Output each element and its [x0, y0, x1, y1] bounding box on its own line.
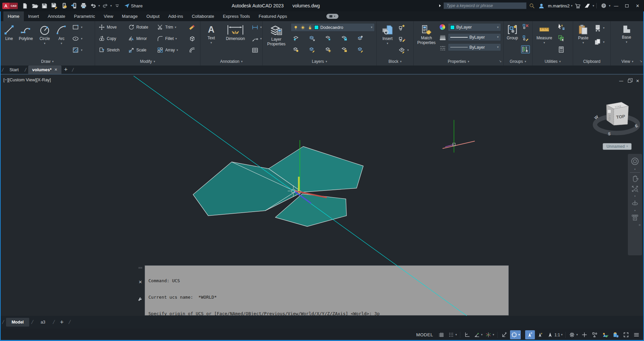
- viewcube-top-label[interactable]: TOP: [616, 114, 626, 120]
- new-drawing-button[interactable]: [20, 1, 30, 10]
- color-wheel-icon[interactable]: [439, 24, 446, 30]
- ortho-mode-toggle[interactable]: [462, 330, 472, 339]
- compass-east-label[interactable]: E: [634, 123, 639, 129]
- file-tab-volumes[interactable]: volumes* ✕: [28, 66, 61, 74]
- panel-label-block[interactable]: Block▾: [377, 57, 413, 66]
- file-tab-start[interactable]: Start: [5, 66, 22, 74]
- panel-label-layers[interactable]: Layers▾: [263, 57, 376, 66]
- workspace-switching-button[interactable]: ▾: [568, 330, 579, 339]
- compass-south-label[interactable]: S: [608, 131, 611, 136]
- viewport-restore-icon[interactable]: [628, 80, 631, 83]
- isometric-drafting-toggle[interactable]: ▾: [484, 330, 495, 339]
- ellipse-dropdown-caret[interactable]: ▾: [81, 37, 83, 40]
- rectangle-dropdown-caret[interactable]: ▾: [81, 26, 83, 29]
- ribbon-tab-collaborate[interactable]: Collaborate: [187, 11, 219, 21]
- scale-caret[interactable]: ▾: [561, 333, 563, 336]
- quick-calculator-button[interactable]: [557, 45, 565, 53]
- text-dropdown-caret[interactable]: ▾: [211, 41, 212, 44]
- rotate-button[interactable]: Rotate: [128, 23, 148, 31]
- measure-dropdown-caret[interactable]: ▾: [544, 41, 545, 44]
- ribbon-tab-insert[interactable]: Insert: [24, 11, 44, 21]
- annotation-monitor-button[interactable]: [580, 330, 589, 339]
- paste-dropdown-caret[interactable]: ▾: [583, 41, 584, 44]
- viewcube-back-label[interactable]: BACK: [614, 105, 621, 109]
- move-button[interactable]: Move: [98, 23, 117, 31]
- lineweight-icon[interactable]: [439, 34, 446, 42]
- save-button[interactable]: [40, 1, 49, 10]
- layer-isolate-button[interactable]: [308, 34, 316, 42]
- named-view-caret[interactable]: ▾: [627, 145, 628, 148]
- maximize-button[interactable]: [622, 1, 632, 10]
- panel-label-modify[interactable]: Modify▾: [95, 57, 200, 66]
- ellipse-button[interactable]: ▾: [72, 35, 83, 43]
- viewcube-left-label[interactable]: LEFT: [608, 114, 612, 121]
- panel-label-properties[interactable]: Properties▾: [414, 57, 503, 66]
- undo-dropdown-caret[interactable]: ▾: [98, 4, 100, 7]
- layer-color-swatch[interactable]: [314, 25, 319, 30]
- viewcube-corner-highlight[interactable]: [608, 110, 611, 113]
- viewcube-compass-ring[interactable]: [595, 116, 638, 133]
- layout-tab-model[interactable]: Model: [6, 318, 29, 327]
- quick-select-button[interactable]: [557, 23, 565, 31]
- account-button[interactable]: [537, 1, 546, 10]
- isolate-objects-button[interactable]: [590, 330, 600, 339]
- drawing-viewport[interactable]: [−][Custom View][X-Ray] — ✕: [0, 75, 644, 316]
- compass-west-label[interactable]: W: [593, 114, 599, 120]
- auto-annotation-scale-toggle[interactable]: [536, 330, 545, 339]
- group-selection-toggle[interactable]: [521, 45, 530, 53]
- dimension-type-caret[interactable]: ▾: [260, 26, 262, 29]
- panel-label-groups[interactable]: Groups▾: [504, 57, 532, 66]
- layer-properties-button[interactable]: Layer Properties: [264, 23, 289, 57]
- properties-dialog-launcher[interactable]: ↘: [499, 59, 502, 63]
- layer-thaw-all-button[interactable]: [324, 46, 332, 53]
- group-edit-button[interactable]: [522, 34, 529, 42]
- open-from-web-mobile-button[interactable]: [59, 1, 68, 10]
- layer-lock-button[interactable]: [340, 34, 348, 42]
- redo-button[interactable]: [101, 1, 110, 10]
- polar-caret[interactable]: ▾: [481, 333, 483, 336]
- orbit-icon[interactable]: [631, 199, 639, 207]
- layer-unisolate-button[interactable]: [308, 46, 316, 53]
- zoom-caret[interactable]: ▾: [634, 195, 636, 197]
- attributes-dropdown-caret[interactable]: ▾: [407, 49, 409, 52]
- linetype-dropdown-caret[interactable]: ▾: [497, 46, 499, 49]
- search-input[interactable]: [444, 2, 526, 9]
- leader-dropdown-caret[interactable]: ▾: [260, 37, 262, 40]
- undo-button[interactable]: [89, 1, 98, 10]
- match-properties-button[interactable]: Match Properties: [415, 23, 438, 57]
- minimize-button[interactable]: —: [611, 1, 621, 10]
- layer-unlock-button[interactable]: [340, 46, 348, 53]
- circle-dropdown-caret[interactable]: ▾: [44, 42, 46, 45]
- model-space-indicator[interactable]: MODEL: [416, 332, 433, 337]
- object-color-dropdown[interactable]: ByLayer ▾: [448, 23, 501, 31]
- hatch-dropdown-caret[interactable]: ▾: [81, 49, 83, 52]
- help-dropdown-caret[interactable]: ▾: [609, 4, 610, 7]
- annotation-scale-button[interactable]: 1:1▾: [546, 330, 563, 339]
- base-button[interactable]: Base▾: [617, 23, 636, 57]
- ribbon-tab-parametric[interactable]: Parametric: [70, 11, 99, 21]
- new-file-tab-button[interactable]: +: [64, 66, 68, 73]
- array-button[interactable]: Array▾: [157, 46, 178, 54]
- workspace-caret[interactable]: ▾: [576, 333, 578, 336]
- measure-button[interactable]: Measure▾: [535, 23, 554, 57]
- layer-freeze-button[interactable]: [324, 34, 332, 42]
- circle-button[interactable]: Circle▾: [36, 23, 53, 57]
- base-dropdown-caret[interactable]: ▾: [626, 41, 628, 44]
- stretch-button[interactable]: Stretch: [98, 46, 120, 54]
- fillet-dropdown-caret[interactable]: ▾: [175, 37, 177, 40]
- ribbon-display-toggle[interactable]: ▾: [326, 14, 338, 19]
- ucs-axes[interactable]: [288, 140, 327, 203]
- file-tab-close-icon[interactable]: ✕: [54, 68, 57, 72]
- snap-caret[interactable]: ▾: [455, 333, 457, 336]
- trim-button[interactable]: Trim▾: [157, 23, 176, 31]
- dimension-button[interactable]: Dimension: [220, 23, 251, 57]
- show-motion-icon[interactable]: [631, 214, 639, 222]
- offset-button[interactable]: [188, 46, 196, 54]
- trim-dropdown-caret[interactable]: ▾: [175, 26, 177, 29]
- hatch-button[interactable]: ▾: [72, 46, 83, 54]
- autodesk-apps-button[interactable]: [583, 1, 592, 10]
- erase-button[interactable]: [188, 23, 196, 31]
- viewcube-left-face[interactable]: [606, 105, 614, 125]
- fillet-button[interactable]: Fillet▾: [157, 35, 177, 43]
- annotation-visibility-toggle[interactable]: [525, 330, 535, 339]
